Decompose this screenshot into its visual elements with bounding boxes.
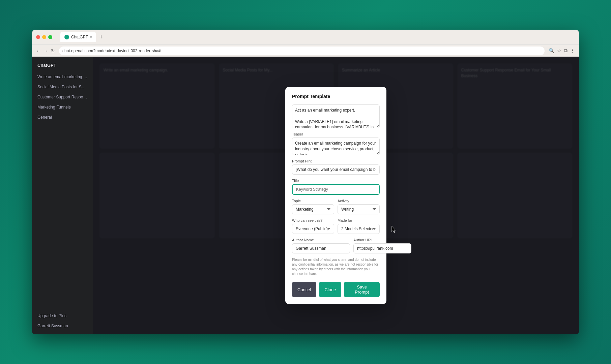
author-url-label: Author URL (353, 238, 411, 242)
main-content: Write an email marketing campaign. Socia… (93, 57, 579, 334)
title-label: Title (292, 179, 380, 183)
dialog-title: Prompt Template (292, 94, 380, 99)
save-prompt-button[interactable]: Save Prompt (344, 282, 380, 297)
activity-form-group: Activity Writing Analysis Research Strat… (338, 199, 380, 214)
bookmark-icon[interactable]: ☆ (557, 48, 561, 54)
author-name-label: Author Name (292, 238, 350, 242)
sidebar-header: ChatGPT (35, 61, 90, 70)
tab-bar: ChatGPT × + (60, 32, 105, 42)
visibility-select[interactable]: Everyone (Public) Only Me Team (292, 224, 334, 234)
menu-icon[interactable]: ⋮ (570, 48, 575, 54)
activity-label: Activity (338, 199, 380, 203)
visibility-label: Who can see this? (292, 218, 334, 222)
hint-form-group: Prompt Hint (292, 159, 380, 175)
author-url-form-group: Author URL (353, 238, 411, 253)
sidebar-item-1[interactable]: Social Media Posts for Small Businesses. (35, 83, 90, 91)
back-button[interactable]: ← (36, 48, 41, 54)
cancel-button[interactable]: Cancel (292, 282, 316, 297)
reload-button[interactable]: ↻ (51, 48, 55, 54)
extensions-icon[interactable]: ⧉ (564, 48, 568, 54)
forward-button[interactable]: → (43, 48, 48, 54)
visibility-form-group: Who can see this? Everyone (Public) Only… (292, 218, 334, 234)
new-tab-button[interactable]: + (97, 33, 105, 41)
title-bar: ChatGPT × + (32, 30, 579, 44)
author-url-input[interactable] (353, 243, 411, 253)
teaser-label: Teaser (292, 132, 380, 136)
url-text: chat.openai.com/?model=text-davinci-002-… (62, 49, 161, 53)
topic-activity-row: Topic Marketing Sales Support Writing Ot… (292, 199, 380, 214)
topic-select[interactable]: Marketing Sales Support Writing Other (292, 204, 334, 214)
sidebar-item-2[interactable]: Customer Support Response Email... (35, 93, 90, 101)
close-button[interactable] (36, 35, 40, 39)
traffic-lights (36, 35, 52, 39)
topic-form-group: Topic Marketing Sales Support Writing Ot… (292, 199, 334, 214)
author-name-input[interactable] (292, 243, 350, 253)
prompt-form-group: Act as an email marketing expert. Write … (292, 104, 380, 128)
sidebar: ChatGPT Write an email marketing campaig… (32, 57, 93, 334)
made-for-select[interactable]: 2 Models Selected GPT-4 GPT-3.5 (338, 224, 380, 234)
author-name-form-group: Author Name (292, 238, 350, 253)
tab-close-button[interactable]: × (90, 35, 92, 39)
mouse-cursor (391, 226, 398, 234)
browser-tab[interactable]: ChatGPT × (60, 32, 96, 42)
browser-content: ChatGPT Write an email marketing campaig… (32, 57, 579, 334)
disclaimer-text: Please be mindful of what you share, and… (292, 257, 380, 276)
prompt-template-dialog: Prompt Template Act as an email marketin… (285, 87, 386, 304)
sidebar-item-3[interactable]: Marketing Funnels (35, 103, 90, 112)
maximize-button[interactable] (48, 35, 52, 39)
made-for-label: Made for (338, 218, 380, 222)
activity-select[interactable]: Writing Analysis Research Strategy (338, 204, 380, 214)
browser-actions: 🔍 ☆ ⧉ ⋮ (549, 48, 575, 54)
hint-input[interactable] (292, 164, 380, 175)
sidebar-item-upgrade[interactable]: Upgrade to Plus (35, 311, 90, 320)
teaser-textarea[interactable]: Create an email marketing campaign for y… (292, 138, 380, 155)
address-bar: ← → ↻ chat.openai.com/?model=text-davinc… (32, 44, 579, 57)
author-row: Author Name Author URL (292, 238, 380, 253)
title-form-group: Title (292, 179, 380, 195)
title-input[interactable] (292, 184, 380, 195)
made-for-form-group: Made for 2 Models Selected GPT-4 GPT-3.5 (338, 218, 380, 234)
tab-label: ChatGPT (71, 35, 88, 39)
url-bar[interactable]: chat.openai.com/?model=text-davinci-002-… (59, 47, 545, 55)
visibility-made-for-row: Who can see this? Everyone (Public) Only… (292, 218, 380, 234)
sidebar-item-4[interactable]: General (35, 113, 90, 122)
dialog-buttons: Cancel Clone Save Prompt (292, 282, 380, 297)
tab-favicon (64, 35, 69, 39)
sidebar-item-user[interactable]: Garrett Sussman (35, 322, 90, 330)
teaser-form-group: Teaser Create an email marketing campaig… (292, 132, 380, 155)
browser-window: ChatGPT × + ← → ↻ chat.openai.com/?model… (32, 30, 579, 334)
minimize-button[interactable] (42, 35, 46, 39)
hint-label: Prompt Hint (292, 159, 380, 163)
prompt-textarea[interactable]: Act as an email marketing expert. Write … (292, 104, 380, 128)
search-icon[interactable]: 🔍 (549, 48, 554, 54)
nav-buttons: ← → ↻ (36, 48, 55, 54)
topic-label: Topic (292, 199, 334, 203)
sidebar-item-0[interactable]: Write an email marketing campaign (35, 72, 90, 81)
modal-overlay: Prompt Template Act as an email marketin… (93, 57, 579, 334)
clone-button[interactable]: Clone (319, 282, 341, 297)
